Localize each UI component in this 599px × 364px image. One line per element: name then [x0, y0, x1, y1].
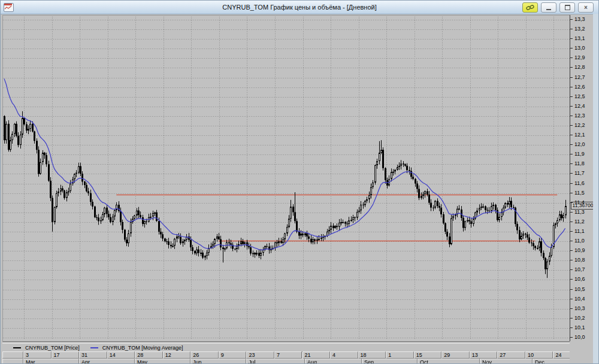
y-axis-tick — [570, 125, 573, 126]
y-axis-tick — [570, 87, 573, 87]
y-axis-label: 13,0 — [574, 45, 585, 51]
y-axis-tick — [570, 260, 573, 260]
y-axis-label: 10,0 — [574, 334, 585, 340]
y-axis-label: 13,3 — [574, 16, 585, 22]
month-cell: May — [135, 359, 190, 364]
day-cell: 27 — [497, 351, 525, 359]
y-axis-label: 12,8 — [574, 64, 585, 70]
y-axis-tick — [570, 250, 573, 251]
y-axis-label: 11,5 — [574, 190, 585, 196]
y-axis-label: 12,9 — [574, 54, 585, 60]
y-axis-label: 11,8 — [574, 160, 585, 166]
y-axis-tick — [570, 299, 573, 299]
minimize-icon — [546, 9, 551, 10]
ma-series-swatch — [90, 347, 98, 348]
legend-price-label: CNYRUB_TOM [Price] — [25, 345, 80, 351]
x-axis-day-row: 317311428122692372141811529132710248 — [1, 351, 599, 359]
y-axis-tick — [570, 163, 573, 164]
y-axis-label: 10,2 — [574, 315, 585, 321]
y-axis-label: 12,4 — [574, 103, 585, 109]
y-axis-tick — [570, 318, 573, 318]
y-axis-tick — [570, 289, 573, 290]
day-cell: 31 — [79, 351, 107, 359]
day-cell: 1 — [386, 351, 414, 359]
y-axis-tick — [570, 193, 573, 193]
y-axis-label: 10,4 — [574, 296, 585, 302]
y-axis-tick — [570, 154, 573, 154]
y-axis-tick — [570, 222, 573, 222]
y-axis-tick — [570, 19, 573, 20]
y-axis-label: 13,2 — [574, 26, 585, 32]
y-axis-tick — [570, 308, 573, 309]
y-axis-label: 11,7 — [574, 170, 585, 176]
y-axis-label: 12,0 — [574, 141, 585, 147]
minimize-button[interactable] — [541, 2, 556, 13]
y-axis-tick — [570, 337, 573, 338]
y-axis-tick — [570, 269, 573, 270]
day-cell: 14 — [107, 351, 135, 359]
y-axis-label: 10,5 — [574, 286, 585, 292]
y-axis-label: 12,2 — [574, 122, 585, 128]
month-cell: Jun — [190, 359, 246, 364]
y-axis-tick — [570, 106, 573, 107]
day-cell: 23 — [246, 351, 274, 359]
link-windows-button[interactable] — [522, 2, 538, 13]
y-axis-tick — [570, 57, 573, 58]
y-axis-label: 13,1 — [574, 35, 585, 41]
y-axis-tick — [570, 202, 573, 203]
price-chart-canvas[interactable] — [3, 16, 570, 341]
y-axis-label: 10,1 — [574, 324, 585, 330]
day-cell: 13 — [470, 351, 498, 359]
y-axis-tick — [570, 241, 573, 241]
day-cell: 21 — [302, 351, 331, 359]
y-axis-label: 12,6 — [574, 84, 585, 90]
y-axis-label: 11,6 — [574, 180, 585, 186]
window-title: CNYRUB_TOM График цены и объёма - [Дневн… — [1, 4, 598, 11]
y-axis-tick — [570, 67, 573, 68]
month-cell: Apr — [79, 359, 135, 364]
window-right-border — [593, 14, 598, 363]
day-cell: 7 — [274, 351, 302, 359]
close-icon: × — [584, 5, 588, 11]
title-bar[interactable]: CNYRUB_TOM График цены и объёма - [Дневн… — [1, 1, 598, 14]
y-axis-label: 10,6 — [574, 276, 585, 282]
y-axis-label: 12,5 — [574, 93, 585, 99]
y-axis-label: 12,7 — [574, 74, 585, 80]
month-cell: Sep — [362, 359, 418, 364]
y-axis-tick — [570, 38, 573, 39]
y-axis-tick — [570, 144, 573, 145]
x-axis-month-row: MarAprMayJunJulAugSepOctNovDec — [1, 359, 599, 364]
day-cell: 28 — [135, 351, 163, 359]
y-axis-tick — [570, 173, 573, 174]
day-cell: 26 — [190, 351, 219, 359]
y-axis-label: 10,8 — [574, 257, 585, 263]
day-cell: 15 — [414, 351, 442, 359]
day-cell: 29 — [441, 351, 470, 359]
month-cell: Nov — [480, 359, 533, 364]
chart-plot-area[interactable] — [2, 15, 570, 342]
month-cell: Oct — [418, 359, 480, 364]
maximize-button[interactable] — [559, 2, 575, 13]
y-axis-tick — [570, 77, 573, 78]
day-cell: 9 — [219, 351, 247, 359]
y-axis-label: 11,9 — [574, 151, 585, 157]
day-cell: 12 — [163, 351, 191, 359]
close-button[interactable]: × — [578, 2, 594, 13]
y-axis-label: 11,2 — [574, 219, 585, 225]
day-cell: 3 — [23, 351, 52, 359]
legend-ma-label: CNYRUB_TOM [Moving Average] — [102, 345, 183, 351]
y-axis-tick — [570, 135, 573, 135]
axis-corner — [570, 341, 594, 363]
day-cell: 4 — [330, 351, 358, 359]
price-series-swatch — [13, 347, 21, 348]
y-axis-label: 10,7 — [574, 266, 585, 272]
y-axis: 11,36700 13,313,213,113,012,912,812,712,… — [570, 15, 594, 341]
month-cell: Aug — [305, 359, 362, 364]
y-axis-label: 11,3 — [574, 209, 585, 215]
month-cell-lead — [2, 359, 23, 364]
y-axis-tick — [570, 183, 573, 184]
y-axis-label: 11,0 — [574, 238, 585, 244]
y-axis-tick — [570, 116, 573, 116]
day-cell-lead — [2, 351, 23, 359]
y-axis-tick — [570, 231, 573, 232]
